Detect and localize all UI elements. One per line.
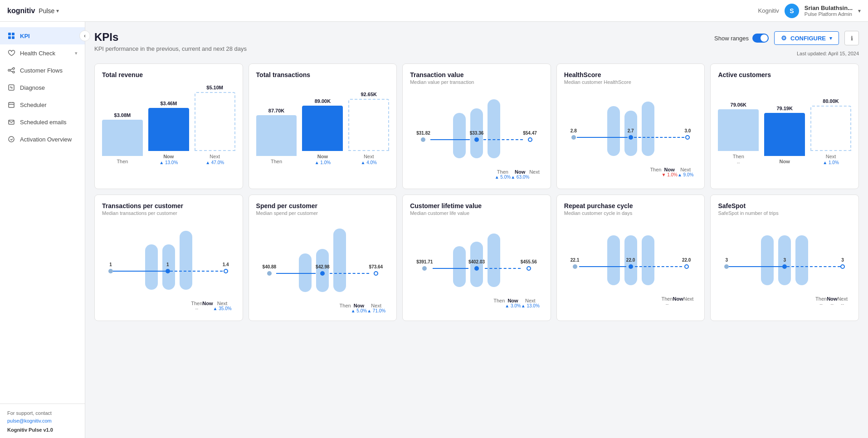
sidebar-collapse-button[interactable]: ‹ xyxy=(79,30,90,41)
page-subtitle: KPI performance in the previous, current… xyxy=(94,45,714,52)
then-col: $3.08M Then xyxy=(102,112,143,165)
tpc-chart: 1 1 1.4 xyxy=(102,221,235,313)
page-header: KPIs KPI performance in the previous, cu… xyxy=(94,31,859,56)
kpi-card-clv-title: Customer lifetime value xyxy=(410,202,543,209)
svg-rect-3 xyxy=(12,36,15,39)
healthscore-chart: 2.8 2.7 3.0 xyxy=(564,90,697,181)
configure-chevron-icon: ▾ xyxy=(829,35,832,41)
sidebar-item-customer-flows[interactable]: Customer Flows xyxy=(0,62,85,79)
svg-point-4 xyxy=(8,69,10,71)
kpi-card-tpc-title: Transactions per customer xyxy=(102,202,235,209)
kpi-card-tpc-subtitle: Median transactions per customer xyxy=(102,210,235,216)
kpi-card-customer-lifetime-value: Customer lifetime value Median customer … xyxy=(402,195,551,321)
svg-line-8 xyxy=(10,71,13,72)
svg-rect-1 xyxy=(12,33,15,35)
user-name: Srian Bulathsin... xyxy=(805,5,853,11)
kpi-card-repeat-purchase-cycle: Repeat purchase cycle Median customer cy… xyxy=(556,195,705,321)
kpi-card-transaction-value: Transaction value Median value per trans… xyxy=(402,63,551,189)
top-nav: kognitiv Pulse ▾ Kognitiv S Srian Bulath… xyxy=(0,0,868,22)
user-dropdown-icon[interactable]: ▾ xyxy=(858,8,861,14)
page-header-right: Show ranges ⚙ CONFIGURE ▾ ℹ Last updated… xyxy=(714,31,859,56)
show-ranges: Show ranges xyxy=(714,34,769,43)
sidebar-item-scheduled-emails-label: Scheduled emails xyxy=(20,119,78,126)
then-col: 87.70K Then xyxy=(256,108,297,165)
transaction-value-chart: $31.82 $33.36 $54.47 xyxy=(410,90,543,181)
email-icon xyxy=(7,118,15,126)
rpc-chart: 22.1 22.0 22.0 xyxy=(564,221,697,313)
kpi-card-clv-subtitle: Median customer life value xyxy=(410,210,543,216)
kpi-card-total-revenue: Total revenue $3.08M Then $3.46M Now ▲ 1… xyxy=(94,63,243,189)
kpi-card-total-transactions-title: Total transactions xyxy=(256,71,390,78)
sidebar-item-activation-overview[interactable]: Activation Overview xyxy=(0,131,85,148)
show-ranges-toggle[interactable] xyxy=(752,34,769,43)
next-col: 80.00K Next ▲ 1.0% xyxy=(810,98,851,165)
grid-icon xyxy=(7,32,15,40)
kpi-card-spc-subtitle: Median spend per customer xyxy=(256,210,390,216)
safespot-chart: 3 3 3 xyxy=(718,221,851,313)
kpi-card-active-customers-title: Active customers xyxy=(718,71,851,78)
heart-icon xyxy=(7,49,15,57)
health-check-chevron-icon: ▾ xyxy=(75,50,78,56)
show-ranges-label: Show ranges xyxy=(714,35,749,42)
top-nav-right: Kognitiv S Srian Bulathsin... Pulse Plat… xyxy=(758,4,861,18)
svg-rect-13 xyxy=(9,102,14,107)
sidebar-item-health-check-label: Health Check xyxy=(20,50,75,57)
svg-point-6 xyxy=(13,71,15,73)
info-icon: ℹ xyxy=(851,35,853,42)
svg-point-18 xyxy=(9,136,14,142)
svg-line-7 xyxy=(10,69,13,70)
sidebar-item-diagnose-label: Diagnose xyxy=(20,84,78,91)
kpi-card-spc-title: Spend per customer xyxy=(256,202,390,209)
kognitiv-label: Kognitiv xyxy=(758,7,779,14)
info-button[interactable]: ℹ xyxy=(844,31,859,45)
next-col: 92.65K Next ▲ 4.0% xyxy=(348,92,389,165)
sidebar-item-kpi[interactable]: KPI ‹ xyxy=(0,27,85,44)
configure-button[interactable]: ⚙ CONFIGURE ▾ xyxy=(774,31,839,45)
sidebar-item-kpi-label: KPI xyxy=(20,33,78,39)
kpi-card-safespot-subtitle: SafeSpot in number of trips xyxy=(718,210,851,216)
kpi-card-active-customers: Active customers 79.06K Then -- 79.19K N… xyxy=(710,63,859,189)
kpi-card-safespot-title: SafeSpot xyxy=(718,202,851,209)
kpi-card-healthscore-title: HealthScore xyxy=(564,71,697,78)
sidebar-nav: KPI ‹ Health Check ▾ Customer Flows xyxy=(0,22,85,336)
kpi-card-total-revenue-title: Total revenue xyxy=(102,71,235,78)
header-controls: Show ranges ⚙ CONFIGURE ▾ ℹ xyxy=(714,31,859,45)
flow-icon xyxy=(7,66,15,74)
svg-rect-2 xyxy=(8,36,11,39)
now-col: $3.46M Now ▲ 13.0% xyxy=(148,101,189,165)
kpi-card-transaction-value-title: Transaction value xyxy=(410,71,543,78)
product-label: Pulse xyxy=(39,7,54,15)
sidebar: KPI ‹ Health Check ▾ Customer Flows xyxy=(0,22,85,336)
kpi-card-safespot: SafeSpot SafeSpot in number of trips 3 xyxy=(710,195,859,321)
gear-icon: ⚙ xyxy=(781,34,787,42)
sidebar-item-activation-overview-label: Activation Overview xyxy=(20,136,78,143)
kpi-card-transaction-value-subtitle: Median value per transaction xyxy=(410,79,543,85)
configure-label: CONFIGURE xyxy=(790,35,826,42)
sidebar-item-scheduler[interactable]: Scheduler xyxy=(0,96,85,113)
activation-icon xyxy=(7,135,15,143)
total-transactions-chart: 87.70K Then 89.00K Now ▲ 1.0% 92.65K xyxy=(256,85,390,181)
sidebar-item-health-check[interactable]: Health Check ▾ xyxy=(0,44,85,62)
sidebar-item-customer-flows-label: Customer Flows xyxy=(20,67,78,74)
kpi-grid-row2: Transactions per customer Median transac… xyxy=(94,195,859,321)
then-col: 79.06K Then -- xyxy=(718,102,759,165)
avatar[interactable]: S xyxy=(785,4,799,18)
sidebar-item-scheduler-label: Scheduler xyxy=(20,102,78,108)
sidebar-item-diagnose[interactable]: Diagnose xyxy=(0,79,85,96)
next-col: $5.10M Next ▲ 47.0% xyxy=(195,85,235,165)
kpi-card-rpc-title: Repeat purchase cycle xyxy=(564,202,697,209)
user-role: Pulse Platform Admin xyxy=(805,11,853,17)
kpi-card-healthscore-subtitle: Median customer HealthScore xyxy=(564,79,697,85)
last-updated: Last updated: April 15, 2024 xyxy=(797,51,859,56)
sidebar-item-scheduled-emails[interactable]: Scheduled emails xyxy=(0,113,85,131)
svg-line-12 xyxy=(12,88,13,88)
product-chevron-icon[interactable]: ▾ xyxy=(56,8,59,14)
page-title: KPIs xyxy=(94,31,714,44)
svg-point-5 xyxy=(13,68,15,69)
kpi-card-healthscore: HealthScore Median customer HealthScore xyxy=(556,63,705,189)
kpi-card-spend-per-customer: Spend per customer Median spend per cust… xyxy=(249,195,397,321)
diagnose-icon xyxy=(7,83,15,92)
kpi-card-rpc-subtitle: Median customer cycle in days xyxy=(564,210,697,216)
kpi-card-total-transactions: Total transactions 87.70K Then 89.00K No… xyxy=(249,63,397,189)
now-col: 89.00K Now ▲ 1.0% xyxy=(302,98,343,165)
